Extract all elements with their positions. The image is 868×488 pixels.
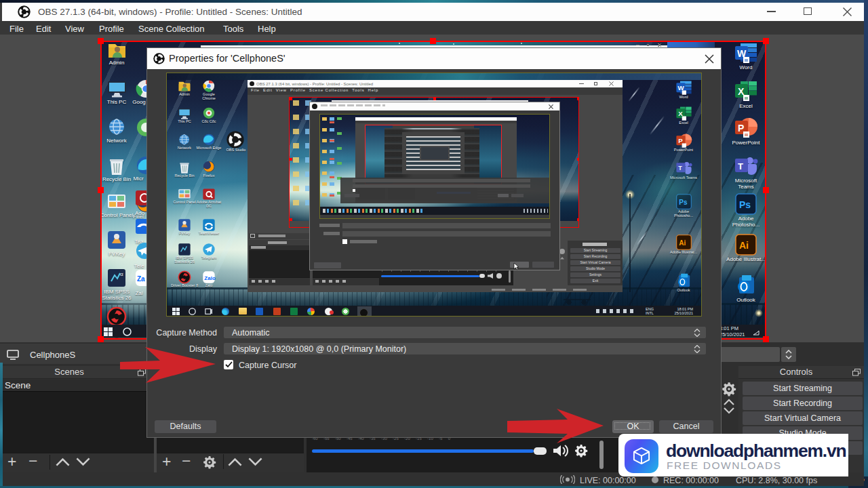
svg-text:Zalo: Zalo	[204, 275, 216, 281]
svg-text:Ai: Ai	[679, 239, 686, 247]
